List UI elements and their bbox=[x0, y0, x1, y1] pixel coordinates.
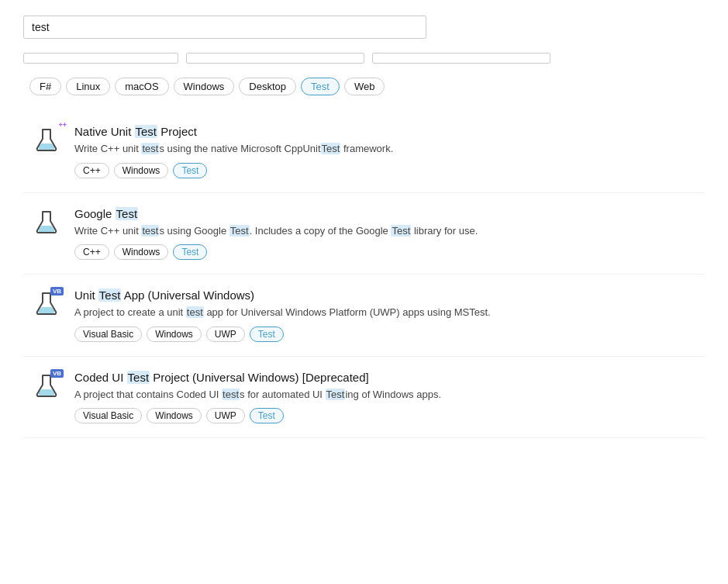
title-highlight: Test bbox=[127, 371, 150, 384]
title-after: Project bbox=[157, 125, 197, 138]
project-content-coded-ui-test-uwp: Coded UI Test Project (Universal Windows… bbox=[74, 371, 697, 424]
desc-text: app for Universal Windows Platform (UWP)… bbox=[204, 306, 491, 318]
title-before: Native Unit bbox=[74, 125, 135, 138]
search-box bbox=[23, 16, 426, 39]
tag-chip-windows[interactable]: Windows bbox=[174, 78, 235, 95]
desc-text: A project that contains Coded UI bbox=[74, 389, 222, 400]
project-item-native-unit-test[interactable]: ++Native Unit Test ProjectWrite C++ unit… bbox=[23, 111, 705, 193]
project-tag-windows[interactable]: Windows bbox=[147, 327, 202, 342]
title-highlight: Test bbox=[116, 207, 139, 220]
desc-text: s using Google bbox=[159, 225, 229, 237]
project-item-google-test[interactable]: Google TestWrite C++ unit tests using Go… bbox=[23, 193, 705, 275]
project-tag-test[interactable]: Test bbox=[250, 327, 284, 342]
tags-row: F#LinuxmacOSWindowsDesktopTestWeb bbox=[23, 78, 705, 95]
desc-text: Write C++ unit bbox=[74, 143, 141, 154]
project-title-google-test: Google Test bbox=[74, 207, 697, 220]
project-tag-test[interactable]: Test bbox=[173, 163, 207, 178]
title-highlight: Test bbox=[135, 125, 158, 138]
cpp-plus-badge: ++ bbox=[58, 122, 67, 129]
project-tags-google-test: C++WindowsTest bbox=[74, 244, 697, 260]
tag-chip-macos[interactable]: macOS bbox=[115, 78, 168, 95]
project-desc-unit-test-app-uwp: A project to create a unit test app for … bbox=[74, 305, 697, 320]
desc-text: . Includes a copy of the Google bbox=[250, 225, 392, 237]
language-filter[interactable] bbox=[23, 53, 178, 64]
project-type-filter[interactable] bbox=[372, 53, 550, 64]
project-icon-google-test bbox=[31, 207, 62, 238]
project-tags-unit-test-app-uwp: Visual BasicWindowsUWPTest bbox=[74, 327, 697, 342]
title-after: App (Universal Windows) bbox=[121, 289, 254, 302]
desc-text: A project to create a unit bbox=[74, 306, 186, 318]
project-tag-windows[interactable]: Windows bbox=[114, 163, 169, 178]
search-row bbox=[23, 16, 705, 39]
project-item-unit-test-app-uwp[interactable]: VBUnit Test App (Universal Windows)A pro… bbox=[23, 275, 705, 357]
project-tag-uwp[interactable]: UWP bbox=[206, 327, 245, 342]
project-content-native-unit-test: Native Unit Test ProjectWrite C++ unit t… bbox=[74, 125, 697, 178]
project-tags-native-unit-test: C++WindowsTest bbox=[74, 163, 697, 178]
filter-row bbox=[23, 53, 705, 64]
vb-badge: VB bbox=[50, 287, 64, 295]
tag-chip-linux[interactable]: Linux bbox=[66, 78, 110, 95]
desc-text: ing of Windows apps. bbox=[345, 389, 441, 400]
platform-filter[interactable] bbox=[186, 53, 364, 64]
project-desc-native-unit-test: Write C++ unit tests using the native Mi… bbox=[74, 141, 697, 157]
highlight-text: test bbox=[222, 389, 240, 400]
project-tag-uwp[interactable]: UWP bbox=[206, 408, 245, 423]
desc-text: Write C++ unit bbox=[74, 225, 141, 237]
title-before: Google bbox=[74, 207, 116, 220]
project-content-unit-test-app-uwp: Unit Test App (Universal Windows)A proje… bbox=[74, 289, 697, 342]
vb-badge: VB bbox=[50, 369, 64, 378]
project-icon-coded-ui-test-uwp: VB bbox=[31, 371, 62, 402]
project-tag-windows[interactable]: Windows bbox=[147, 408, 202, 423]
tag-chip-f#[interactable]: F# bbox=[29, 78, 61, 95]
project-tags-coded-ui-test-uwp: Visual BasicWindowsUWPTest bbox=[74, 408, 697, 423]
project-tag-windows[interactable]: Windows bbox=[114, 244, 169, 260]
project-tag-visual-basic[interactable]: Visual Basic bbox=[74, 408, 142, 423]
project-list: ++Native Unit Test ProjectWrite C++ unit… bbox=[23, 111, 705, 438]
search-input[interactable] bbox=[32, 21, 413, 33]
desc-text: s using the native Microsoft CppUnit bbox=[159, 143, 320, 154]
desc-text: framework. bbox=[340, 143, 393, 154]
title-before: Coded UI bbox=[74, 371, 127, 384]
project-item-coded-ui-test-uwp[interactable]: VBCoded UI Test Project (Universal Windo… bbox=[23, 357, 705, 439]
highlight-text: Test bbox=[321, 143, 341, 154]
project-tag-test[interactable]: Test bbox=[173, 244, 207, 260]
project-icon-native-unit-test: ++ bbox=[31, 125, 62, 156]
project-tag-test[interactable]: Test bbox=[250, 408, 284, 423]
highlight-text: test bbox=[141, 225, 159, 237]
title-after: Project (Universal Windows) [Deprecated] bbox=[150, 371, 369, 384]
project-desc-coded-ui-test-uwp: A project that contains Coded UI tests f… bbox=[74, 387, 697, 403]
project-content-google-test: Google TestWrite C++ unit tests using Go… bbox=[74, 207, 697, 261]
highlight-text: test bbox=[141, 143, 159, 154]
desc-text: library for use. bbox=[411, 225, 478, 237]
project-icon-unit-test-app-uwp: VB bbox=[31, 289, 62, 320]
project-title-unit-test-app-uwp: Unit Test App (Universal Windows) bbox=[74, 289, 697, 302]
title-before: Unit bbox=[74, 289, 98, 302]
tag-chip-web[interactable]: Web bbox=[344, 78, 385, 95]
project-tag-visual-basic[interactable]: Visual Basic bbox=[74, 327, 142, 342]
project-title-native-unit-test: Native Unit Test Project bbox=[74, 125, 697, 138]
highlight-text: Test bbox=[391, 225, 411, 237]
project-title-coded-ui-test-uwp: Coded UI Test Project (Universal Windows… bbox=[74, 371, 697, 384]
tag-chip-test[interactable]: Test bbox=[301, 78, 340, 95]
tag-chip-desktop[interactable]: Desktop bbox=[239, 78, 296, 95]
highlight-text: Test bbox=[326, 389, 346, 400]
project-tag-c++[interactable]: C++ bbox=[74, 163, 109, 178]
project-desc-google-test: Write C++ unit tests using Google Test. … bbox=[74, 223, 697, 239]
project-tag-c++[interactable]: C++ bbox=[74, 244, 109, 260]
title-highlight: Test bbox=[98, 289, 122, 302]
desc-text: s for automated UI bbox=[240, 389, 326, 400]
highlight-text: Test bbox=[229, 225, 250, 237]
highlight-text: test bbox=[186, 306, 204, 318]
